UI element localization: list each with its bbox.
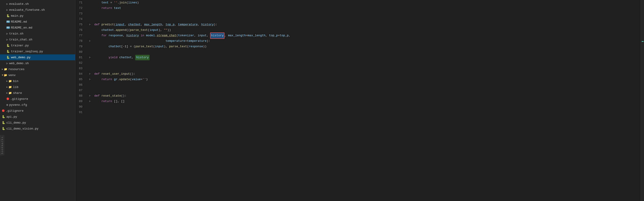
history-highlight: history <box>210 32 224 39</box>
line-numbers: 71 72 73 74 75 76 77 78 79 80 81 82 83 8… <box>75 0 88 201</box>
code-line-73 <box>94 11 641 16</box>
file-icon: 🐍 <box>6 14 10 18</box>
code-line-74 <box>94 16 641 22</box>
editor: 71 72 73 74 75 76 77 78 79 80 81 82 83 8… <box>75 0 644 201</box>
code-line-76: chatbot.append((parse_text(input), "")) <box>94 28 641 33</box>
file-icon: 🐍 <box>6 44 10 47</box>
sidebar-item-readme-en-md[interactable]: MD README_en.md <box>0 25 75 30</box>
line-num-80: 80 <box>75 49 85 55</box>
code-container: 71 72 73 74 75 76 77 78 79 80 81 82 83 8… <box>75 0 644 201</box>
gutter: ⊢ ⊢ ⊢ ⊢ ⊢ ⊢ ⊢ <box>88 0 92 201</box>
code-line-82 <box>94 60 641 66</box>
code-line-88: def reset_state(): <box>94 93 641 99</box>
code-line-80 <box>94 49 641 55</box>
sidebar-label: venv <box>8 74 16 77</box>
code-line-79: chatbot[-1] = (parse_text(input), parse_… <box>94 44 641 49</box>
line-num-77: 77 <box>75 33 85 38</box>
line-num-90: 90 <box>75 104 85 110</box>
file-icon: 🔴 <box>6 98 9 100</box>
sidebar-label: train.sh <box>9 32 23 36</box>
sidebar-item-lib[interactable]: ▶ 📁 lib <box>0 84 75 90</box>
file-icon: ▷ <box>6 62 8 65</box>
line-num-74: 74 <box>75 16 85 22</box>
sidebar-item-bin[interactable]: ▶ 📁 bin <box>0 78 75 84</box>
sidebar-item-trainer-seq2seq-py[interactable]: 🐍 trainer_seq2seq.py <box>0 48 75 54</box>
sidebar-item-gitignore-venv[interactable]: 🔴 .gitignore <box>0 96 75 102</box>
line-num-91: 91 <box>75 110 85 115</box>
sidebar-label: api.py <box>6 115 17 118</box>
sidebar-label: README.md <box>11 20 27 24</box>
code-line-89: return [], [] <box>94 99 641 104</box>
line-num-73: 73 <box>75 11 85 16</box>
sidebar-item-evaluate-sh[interactable]: ▷ evaluate.sh <box>0 1 75 7</box>
arrow-icon: ▶ <box>6 86 8 88</box>
sidebar-item-pyvenv-cfg[interactable]: ⚙ pyvenv.cfg <box>0 102 75 108</box>
sidebar-item-venv[interactable]: ▼ 📂 venv <box>0 72 75 78</box>
code-line-87 <box>94 88 641 93</box>
code-content[interactable]: text = ''.join(lines) return text def pr… <box>92 0 641 201</box>
code-line-77: for response, history in model.stream_ch… <box>94 33 641 38</box>
arrow-icon: ▶ <box>6 80 8 82</box>
sidebar-item-api-py[interactable]: 🐍 api.py <box>0 114 75 120</box>
sidebar-item-cli-demo-py[interactable]: 🐍 cli_demo.py <box>0 120 75 126</box>
file-icon: 🐍 <box>6 56 10 59</box>
sidebar-item-train-chat-sh[interactable]: ▷ train_chat.sh <box>0 36 75 42</box>
file-icon: ▷ <box>6 2 8 6</box>
file-icon: MD <box>6 26 10 29</box>
file-icon: 🐍 <box>2 127 5 130</box>
line-num-88: 88 <box>75 93 85 99</box>
code-line-84: def reset_user_input(): <box>94 71 641 77</box>
line-num-78: 78 <box>75 38 85 44</box>
code-line-71: text = ''.join(lines) <box>94 0 641 6</box>
sidebar-item-readme-md[interactable]: MD README.md <box>0 19 75 25</box>
folder-icon: 📂 <box>4 74 7 77</box>
sidebar-label: evaluate.sh <box>9 2 29 6</box>
code-line-86 <box>94 82 641 88</box>
sidebar-item-web-demo-py[interactable]: 🐍 web_demo.py <box>0 54 75 60</box>
sidebar-label: resources <box>8 68 24 71</box>
arrow-icon: ▶ <box>6 92 8 94</box>
scrollbar-indicator[interactable] <box>641 0 644 201</box>
sidebar-label: .gitignore <box>10 97 28 101</box>
sidebar-label: share <box>13 91 22 95</box>
code-line-85: return gr.update(value='') <box>94 77 641 82</box>
folder-icon: 📁 <box>8 91 12 95</box>
line-num-79: 79 <box>75 44 85 49</box>
sidebar-label: main.py <box>11 14 24 18</box>
sidebar-item-resources[interactable]: ▶ 📁 resources <box>0 66 75 72</box>
line-num-86: 86 <box>75 82 85 88</box>
line-num-82: 82 <box>75 60 85 66</box>
sidebar-label: evaluate_finetune.sh <box>9 8 45 12</box>
file-icon: ▷ <box>6 8 8 12</box>
code-line-72: return text <box>94 6 641 11</box>
sidebar-item-share[interactable]: ▶ 📁 share <box>0 90 75 96</box>
sidebar-label: README_en.md <box>11 26 32 30</box>
sidebar-label: web_demo.py <box>11 56 30 59</box>
sidebar-label: trainer.py <box>11 44 29 47</box>
folder-icon: 📁 <box>8 80 12 83</box>
line-num-76: 76 <box>75 28 85 33</box>
scroll-marker-1 <box>642 41 644 42</box>
sidebar-item-web-demo-sh[interactable]: ▷ web_demo.sh <box>0 60 75 66</box>
line-num-71: 71 <box>75 0 85 6</box>
line-num-87: 87 <box>75 88 85 93</box>
sidebar-item-trainer-py[interactable]: 🐍 trainer.py <box>0 42 75 48</box>
file-icon: 🐍 <box>6 50 10 53</box>
line-num-83: 83 <box>75 66 85 71</box>
file-icon: 🐍 <box>2 115 5 118</box>
sidebar-item-main-py[interactable]: 🐍 main.py <box>0 13 75 19</box>
line-num-72: 72 <box>75 6 85 11</box>
sidebar-item-cli-demo-vision-py[interactable]: 🐍 cli_demo_vision.py <box>0 126 75 132</box>
file-icon: MD <box>6 20 10 23</box>
code-line-81: yield chatbot, history <box>94 55 641 60</box>
sidebar: bookmarks ▷ evaluate.sh ▷ evaluate_finet… <box>0 0 75 201</box>
sidebar-item-gitignore-root[interactable]: 🔴 .gitignore <box>0 108 75 114</box>
sidebar-label: bin <box>13 80 18 83</box>
code-line-91 <box>94 110 641 115</box>
sidebar-label: cli_demo.py <box>6 121 26 124</box>
sidebar-label: lib <box>13 86 18 89</box>
sidebar-item-evaluate-finetune-sh[interactable]: ▷ evaluate_finetune.sh <box>0 7 75 13</box>
sidebar-item-train-sh[interactable]: ▷ train.sh <box>0 30 75 36</box>
arrow-icon: ▼ <box>2 74 3 76</box>
sidebar-label: web_demo.sh <box>9 62 29 65</box>
